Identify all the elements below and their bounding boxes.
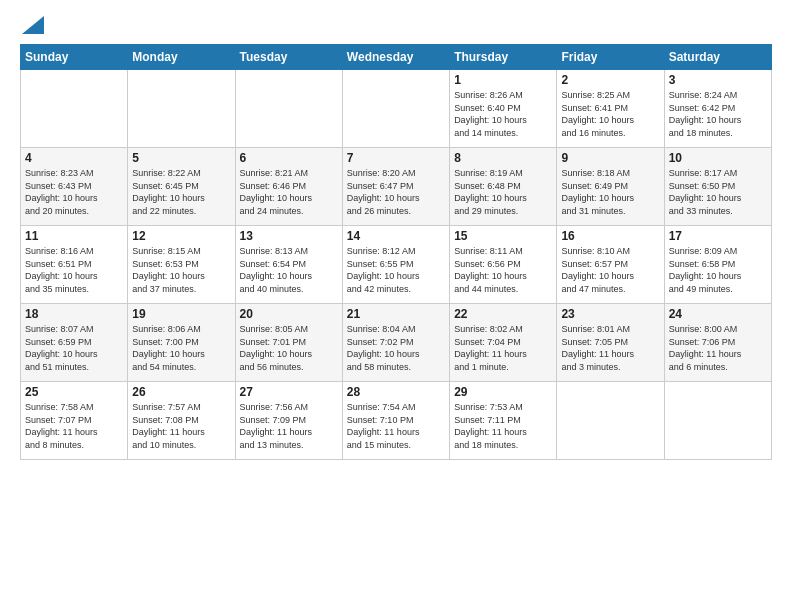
calendar-cell: 2Sunrise: 8:25 AM Sunset: 6:41 PM Daylig… — [557, 70, 664, 148]
day-info: Sunrise: 8:05 AM Sunset: 7:01 PM Dayligh… — [240, 323, 338, 373]
day-number: 24 — [669, 307, 767, 321]
week-row-2: 11Sunrise: 8:16 AM Sunset: 6:51 PM Dayli… — [21, 226, 772, 304]
day-info: Sunrise: 8:25 AM Sunset: 6:41 PM Dayligh… — [561, 89, 659, 139]
calendar-cell: 12Sunrise: 8:15 AM Sunset: 6:53 PM Dayli… — [128, 226, 235, 304]
calendar-cell: 6Sunrise: 8:21 AM Sunset: 6:46 PM Daylig… — [235, 148, 342, 226]
calendar-cell: 18Sunrise: 8:07 AM Sunset: 6:59 PM Dayli… — [21, 304, 128, 382]
weekday-friday: Friday — [557, 45, 664, 70]
day-info: Sunrise: 8:17 AM Sunset: 6:50 PM Dayligh… — [669, 167, 767, 217]
day-number: 1 — [454, 73, 552, 87]
day-number: 10 — [669, 151, 767, 165]
weekday-thursday: Thursday — [450, 45, 557, 70]
week-row-4: 25Sunrise: 7:58 AM Sunset: 7:07 PM Dayli… — [21, 382, 772, 460]
day-number: 14 — [347, 229, 445, 243]
day-number: 18 — [25, 307, 123, 321]
day-info: Sunrise: 7:57 AM Sunset: 7:08 PM Dayligh… — [132, 401, 230, 451]
day-info: Sunrise: 7:54 AM Sunset: 7:10 PM Dayligh… — [347, 401, 445, 451]
calendar-cell: 16Sunrise: 8:10 AM Sunset: 6:57 PM Dayli… — [557, 226, 664, 304]
weekday-monday: Monday — [128, 45, 235, 70]
calendar-table: SundayMondayTuesdayWednesdayThursdayFrid… — [20, 44, 772, 460]
week-row-3: 18Sunrise: 8:07 AM Sunset: 6:59 PM Dayli… — [21, 304, 772, 382]
calendar-cell: 25Sunrise: 7:58 AM Sunset: 7:07 PM Dayli… — [21, 382, 128, 460]
day-info: Sunrise: 8:07 AM Sunset: 6:59 PM Dayligh… — [25, 323, 123, 373]
day-info: Sunrise: 8:06 AM Sunset: 7:00 PM Dayligh… — [132, 323, 230, 373]
weekday-tuesday: Tuesday — [235, 45, 342, 70]
day-number: 16 — [561, 229, 659, 243]
day-number: 2 — [561, 73, 659, 87]
calendar-cell: 3Sunrise: 8:24 AM Sunset: 6:42 PM Daylig… — [664, 70, 771, 148]
day-info: Sunrise: 8:26 AM Sunset: 6:40 PM Dayligh… — [454, 89, 552, 139]
day-info: Sunrise: 8:13 AM Sunset: 6:54 PM Dayligh… — [240, 245, 338, 295]
day-info: Sunrise: 8:00 AM Sunset: 7:06 PM Dayligh… — [669, 323, 767, 373]
day-info: Sunrise: 8:12 AM Sunset: 6:55 PM Dayligh… — [347, 245, 445, 295]
weekday-wednesday: Wednesday — [342, 45, 449, 70]
day-number: 17 — [669, 229, 767, 243]
day-info: Sunrise: 8:23 AM Sunset: 6:43 PM Dayligh… — [25, 167, 123, 217]
logo-icon — [22, 16, 44, 34]
calendar-cell: 28Sunrise: 7:54 AM Sunset: 7:10 PM Dayli… — [342, 382, 449, 460]
day-number: 27 — [240, 385, 338, 399]
page: SundayMondayTuesdayWednesdayThursdayFrid… — [0, 0, 792, 612]
day-number: 13 — [240, 229, 338, 243]
day-number: 25 — [25, 385, 123, 399]
day-info: Sunrise: 8:09 AM Sunset: 6:58 PM Dayligh… — [669, 245, 767, 295]
day-number: 3 — [669, 73, 767, 87]
day-info: Sunrise: 8:19 AM Sunset: 6:48 PM Dayligh… — [454, 167, 552, 217]
day-number: 11 — [25, 229, 123, 243]
day-info: Sunrise: 7:53 AM Sunset: 7:11 PM Dayligh… — [454, 401, 552, 451]
calendar-cell: 23Sunrise: 8:01 AM Sunset: 7:05 PM Dayli… — [557, 304, 664, 382]
calendar-cell: 4Sunrise: 8:23 AM Sunset: 6:43 PM Daylig… — [21, 148, 128, 226]
day-number: 21 — [347, 307, 445, 321]
calendar-cell: 8Sunrise: 8:19 AM Sunset: 6:48 PM Daylig… — [450, 148, 557, 226]
day-number: 29 — [454, 385, 552, 399]
calendar-cell — [235, 70, 342, 148]
calendar-cell: 17Sunrise: 8:09 AM Sunset: 6:58 PM Dayli… — [664, 226, 771, 304]
calendar-cell: 27Sunrise: 7:56 AM Sunset: 7:09 PM Dayli… — [235, 382, 342, 460]
day-number: 9 — [561, 151, 659, 165]
calendar-cell: 29Sunrise: 7:53 AM Sunset: 7:11 PM Dayli… — [450, 382, 557, 460]
day-info: Sunrise: 8:02 AM Sunset: 7:04 PM Dayligh… — [454, 323, 552, 373]
calendar-cell: 1Sunrise: 8:26 AM Sunset: 6:40 PM Daylig… — [450, 70, 557, 148]
day-number: 4 — [25, 151, 123, 165]
calendar-cell — [342, 70, 449, 148]
day-info: Sunrise: 8:21 AM Sunset: 6:46 PM Dayligh… — [240, 167, 338, 217]
day-info: Sunrise: 8:04 AM Sunset: 7:02 PM Dayligh… — [347, 323, 445, 373]
calendar-cell: 20Sunrise: 8:05 AM Sunset: 7:01 PM Dayli… — [235, 304, 342, 382]
logo — [20, 18, 44, 34]
day-info: Sunrise: 8:18 AM Sunset: 6:49 PM Dayligh… — [561, 167, 659, 217]
calendar-cell: 21Sunrise: 8:04 AM Sunset: 7:02 PM Dayli… — [342, 304, 449, 382]
svg-marker-0 — [22, 16, 44, 34]
day-number: 5 — [132, 151, 230, 165]
calendar-cell: 19Sunrise: 8:06 AM Sunset: 7:00 PM Dayli… — [128, 304, 235, 382]
calendar-cell: 11Sunrise: 8:16 AM Sunset: 6:51 PM Dayli… — [21, 226, 128, 304]
weekday-sunday: Sunday — [21, 45, 128, 70]
calendar-cell — [128, 70, 235, 148]
calendar-cell: 10Sunrise: 8:17 AM Sunset: 6:50 PM Dayli… — [664, 148, 771, 226]
day-number: 7 — [347, 151, 445, 165]
weekday-header-row: SundayMondayTuesdayWednesdayThursdayFrid… — [21, 45, 772, 70]
calendar-cell — [664, 382, 771, 460]
week-row-1: 4Sunrise: 8:23 AM Sunset: 6:43 PM Daylig… — [21, 148, 772, 226]
day-number: 12 — [132, 229, 230, 243]
day-number: 15 — [454, 229, 552, 243]
day-info: Sunrise: 7:58 AM Sunset: 7:07 PM Dayligh… — [25, 401, 123, 451]
day-info: Sunrise: 8:24 AM Sunset: 6:42 PM Dayligh… — [669, 89, 767, 139]
week-row-0: 1Sunrise: 8:26 AM Sunset: 6:40 PM Daylig… — [21, 70, 772, 148]
calendar-cell: 15Sunrise: 8:11 AM Sunset: 6:56 PM Dayli… — [450, 226, 557, 304]
day-info: Sunrise: 8:15 AM Sunset: 6:53 PM Dayligh… — [132, 245, 230, 295]
calendar-cell — [21, 70, 128, 148]
day-number: 19 — [132, 307, 230, 321]
day-number: 20 — [240, 307, 338, 321]
day-number: 22 — [454, 307, 552, 321]
day-info: Sunrise: 8:20 AM Sunset: 6:47 PM Dayligh… — [347, 167, 445, 217]
calendar-cell: 7Sunrise: 8:20 AM Sunset: 6:47 PM Daylig… — [342, 148, 449, 226]
calendar-cell: 14Sunrise: 8:12 AM Sunset: 6:55 PM Dayli… — [342, 226, 449, 304]
calendar-cell: 5Sunrise: 8:22 AM Sunset: 6:45 PM Daylig… — [128, 148, 235, 226]
day-number: 23 — [561, 307, 659, 321]
day-number: 28 — [347, 385, 445, 399]
day-number: 6 — [240, 151, 338, 165]
calendar-cell — [557, 382, 664, 460]
calendar-cell: 13Sunrise: 8:13 AM Sunset: 6:54 PM Dayli… — [235, 226, 342, 304]
calendar-cell: 9Sunrise: 8:18 AM Sunset: 6:49 PM Daylig… — [557, 148, 664, 226]
day-info: Sunrise: 8:16 AM Sunset: 6:51 PM Dayligh… — [25, 245, 123, 295]
